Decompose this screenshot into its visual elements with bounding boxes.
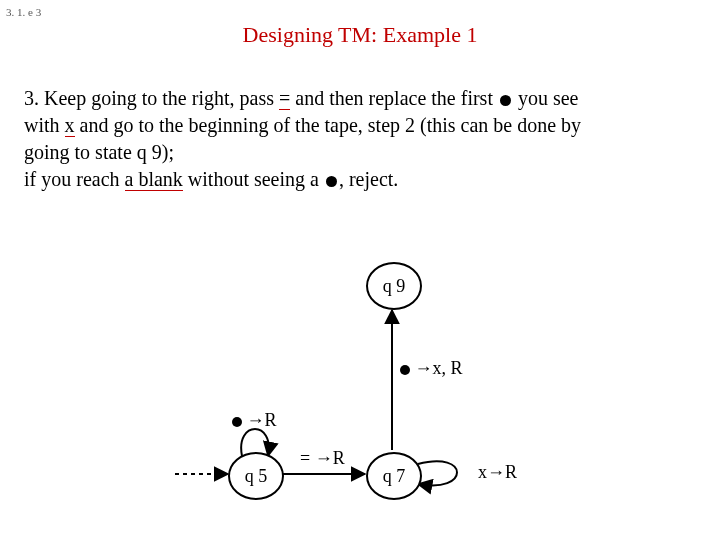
text: with [24,114,65,136]
text: , reject. [339,168,398,190]
symbol-dot-icon [326,176,337,187]
transition-q5-q7: = →R [300,448,345,469]
transition-q5-loop: →R [232,410,277,431]
label-text: →x, R [415,358,463,378]
text: 3. Keep going to the right, pass [24,87,279,109]
text-underlined: a blank [125,168,183,191]
text: without seeing a [183,168,324,190]
transition-q7-q9: →x, R [400,358,463,379]
transition-q7-loop: x→R [478,462,517,483]
page-title: Designing TM: Example 1 [0,22,720,48]
text-underlined: x [65,114,75,137]
state-diagram: q 9 q 5 q 7 →x, R →R = →R x→R [0,250,720,530]
state-q9: q 9 [366,262,422,310]
state-q5: q 5 [228,452,284,500]
diagram-edges [0,250,720,530]
symbol-dot-icon [400,365,410,375]
symbol-dot-icon [232,417,242,427]
text: going to state q 9); [24,141,174,163]
label-text: →R [247,410,277,430]
symbol-dot-icon [500,95,511,106]
algorithm-step-text: 3. Keep going to the right, pass = and t… [24,85,694,193]
text-underlined: = [279,87,290,110]
text: if you reach [24,168,125,190]
text: you see [513,87,579,109]
text: and then replace the first [290,87,498,109]
state-q7: q 7 [366,452,422,500]
slide-number: 3. 1. e 3 [6,6,41,18]
text: and go to the beginning of the tape, ste… [75,114,582,136]
